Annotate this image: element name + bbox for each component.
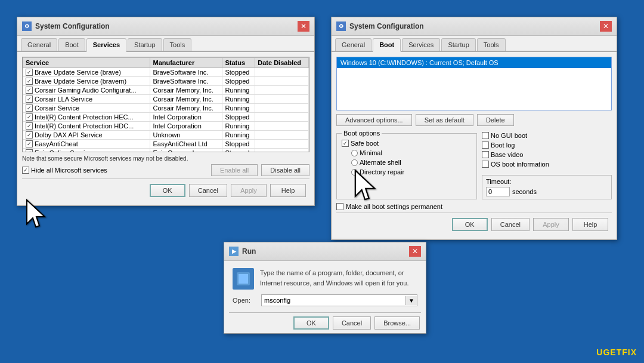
- run-input-field[interactable]: [262, 295, 405, 306]
- enable-all-btn[interactable]: Enable all: [211, 164, 258, 176]
- close-btn-services[interactable]: ✕: [298, 21, 309, 32]
- table-row[interactable]: Intel(R) Content Protection HDC... Intel…: [23, 122, 309, 131]
- titlebar-icon-services: ⚙: [22, 21, 32, 31]
- apply-btn-boot[interactable]: Apply: [533, 218, 569, 231]
- alternate-shell-radio[interactable]: [351, 159, 358, 166]
- service-checkbox-7[interactable]: [26, 131, 33, 139]
- help-btn-boot[interactable]: Help: [572, 218, 608, 231]
- table-row[interactable]: Brave Update Service (brave) BraveSoftwa…: [23, 68, 309, 77]
- ok-btn-run[interactable]: OK: [293, 316, 329, 330]
- help-btn-services[interactable]: Help: [270, 184, 306, 197]
- manufacturer-cell: BraveSoftware Inc.: [150, 77, 222, 86]
- cancel-btn-run[interactable]: Cancel: [333, 316, 371, 330]
- boot-log-checkbox[interactable]: [482, 141, 489, 149]
- make-permanent-label: Make all boot settings permanent: [346, 203, 442, 210]
- service-checkbox-0[interactable]: [26, 69, 33, 76]
- boot-list-box[interactable]: Windows 10 (C:\WINDOWS) : Current OS; De…: [336, 57, 612, 110]
- service-name-cell: Intel(R) Content Protection HDC...: [23, 122, 150, 131]
- run-dialog-window: ▶ Run ✕ Type the name of a program, fold…: [224, 242, 426, 334]
- safe-boot-checkbox[interactable]: [342, 140, 349, 147]
- col-manufacturer: Manufacturer: [150, 58, 222, 68]
- tab-boot-1[interactable]: Boot: [58, 38, 85, 51]
- date-cell: [255, 104, 309, 113]
- no-gui-boot-checkbox[interactable]: [482, 132, 489, 139]
- make-permanent-checkbox[interactable]: [336, 203, 343, 210]
- timeout-input[interactable]: [486, 187, 510, 196]
- manufacturer-cell: Corsair Memory, Inc.: [150, 95, 222, 104]
- close-btn-run[interactable]: ✕: [409, 246, 421, 257]
- boot-entry-0[interactable]: Windows 10 (C:\WINDOWS) : Current OS; De…: [337, 57, 611, 68]
- service-checkbox-2[interactable]: [26, 87, 33, 94]
- base-video-row[interactable]: Base video: [482, 151, 612, 158]
- service-checkbox-3[interactable]: [26, 96, 33, 103]
- table-row[interactable]: Epic Online Services Epic Games, Inc. St…: [23, 149, 309, 152]
- table-row[interactable]: Dolby DAX API Service Unknown Running: [23, 131, 309, 140]
- svg-rect-6: [243, 279, 248, 284]
- ok-btn-boot[interactable]: OK: [452, 218, 488, 231]
- table-row[interactable]: Corsair Service Corsair Memory, Inc. Run…: [23, 104, 309, 113]
- hide-ms-services-checkbox-row[interactable]: Hide all Microsoft services: [22, 167, 107, 174]
- tab-general-1[interactable]: General: [21, 38, 57, 51]
- titlebar-services: ⚙ System Configuration ✕: [17, 17, 314, 36]
- run-dropdown-btn[interactable]: ▼: [405, 296, 417, 305]
- status-cell: Stopped: [222, 113, 255, 122]
- tab-startup-2[interactable]: Startup: [441, 38, 475, 51]
- directory-repair-radio[interactable]: [351, 169, 358, 176]
- tabs-services-window: General Boot Services Startup Tools: [17, 36, 314, 52]
- table-row[interactable]: Corsair LLA Service Corsair Memory, Inc.…: [23, 95, 309, 104]
- close-btn-boot[interactable]: ✕: [600, 21, 612, 32]
- cancel-btn-services[interactable]: Cancel: [189, 184, 227, 197]
- table-row[interactable]: EasyAntiCheat EasyAntiCheat Ltd Stopped: [23, 140, 309, 149]
- tab-tools-1[interactable]: Tools: [163, 38, 192, 51]
- date-cell: [255, 68, 309, 77]
- cancel-btn-boot[interactable]: Cancel: [491, 218, 530, 231]
- manufacturer-cell: Intel Corporation: [150, 113, 222, 122]
- base-video-checkbox[interactable]: [482, 151, 489, 158]
- hide-ms-services-checkbox[interactable]: [22, 167, 29, 174]
- browse-btn-run[interactable]: Browse...: [374, 316, 420, 330]
- timeout-unit: seconds: [512, 188, 537, 195]
- tab-general-2[interactable]: General: [335, 38, 371, 51]
- advanced-options-btn[interactable]: Advanced options...: [336, 114, 412, 126]
- table-row[interactable]: Intel(R) Content Protection HEC... Intel…: [23, 113, 309, 122]
- tab-boot-2[interactable]: Boot: [373, 38, 401, 52]
- date-cell: [255, 113, 309, 122]
- os-boot-info-checkbox[interactable]: [482, 161, 489, 168]
- apply-btn-services[interactable]: Apply: [231, 184, 267, 197]
- minimal-radio[interactable]: [351, 150, 358, 156]
- service-checkbox-8[interactable]: [26, 140, 33, 147]
- boot-log-row[interactable]: Boot log: [482, 141, 612, 149]
- open-label: Open:: [233, 297, 256, 304]
- service-name-cell: Corsair Gaming Audio Configurat...: [23, 86, 150, 95]
- logo-text-fix: FIX: [622, 347, 637, 357]
- alternate-shell-row[interactable]: Alternate shell: [351, 159, 472, 166]
- tab-services-1[interactable]: Services: [86, 38, 126, 52]
- no-gui-boot-row[interactable]: No GUI boot: [482, 132, 612, 139]
- service-checkbox-1[interactable]: [26, 78, 33, 85]
- service-checkbox-6[interactable]: [26, 122, 33, 130]
- service-checkbox-5[interactable]: [26, 113, 33, 121]
- service-checkbox-4[interactable]: [26, 104, 33, 112]
- run-input-wrap[interactable]: ▼: [261, 294, 417, 306]
- run-open-row: Open: ▼: [224, 294, 426, 312]
- run-description: Type the name of a program, folder, docu…: [260, 268, 417, 288]
- os-boot-info-row[interactable]: OS boot information: [482, 161, 612, 168]
- tab-services-2[interactable]: Services: [402, 38, 440, 51]
- no-gui-boot-label: No GUI boot: [491, 132, 527, 139]
- ok-btn-services[interactable]: OK: [150, 184, 185, 197]
- minimal-row[interactable]: Minimal: [351, 149, 472, 156]
- service-name-cell: EasyAntiCheat: [23, 140, 150, 149]
- svg-rect-3: [239, 274, 243, 279]
- service-checkbox-9[interactable]: [26, 149, 33, 152]
- table-row[interactable]: Corsair Gaming Audio Configurat... Corsa…: [23, 86, 309, 95]
- set-default-btn[interactable]: Set as default: [416, 114, 473, 126]
- directory-repair-row[interactable]: Directory repair: [351, 168, 472, 176]
- table-row[interactable]: Brave Update Service (bravem) BraveSoftw…: [23, 77, 309, 86]
- disable-all-btn[interactable]: Disable all: [261, 164, 309, 176]
- services-note: Note that some secure Microsoft services…: [22, 153, 188, 164]
- safe-boot-row[interactable]: Safe boot: [342, 140, 472, 147]
- tab-tools-2[interactable]: Tools: [477, 38, 506, 51]
- delete-btn[interactable]: Delete: [477, 114, 514, 126]
- tab-startup-1[interactable]: Startup: [128, 38, 162, 51]
- safe-boot-label: Safe boot: [351, 140, 379, 147]
